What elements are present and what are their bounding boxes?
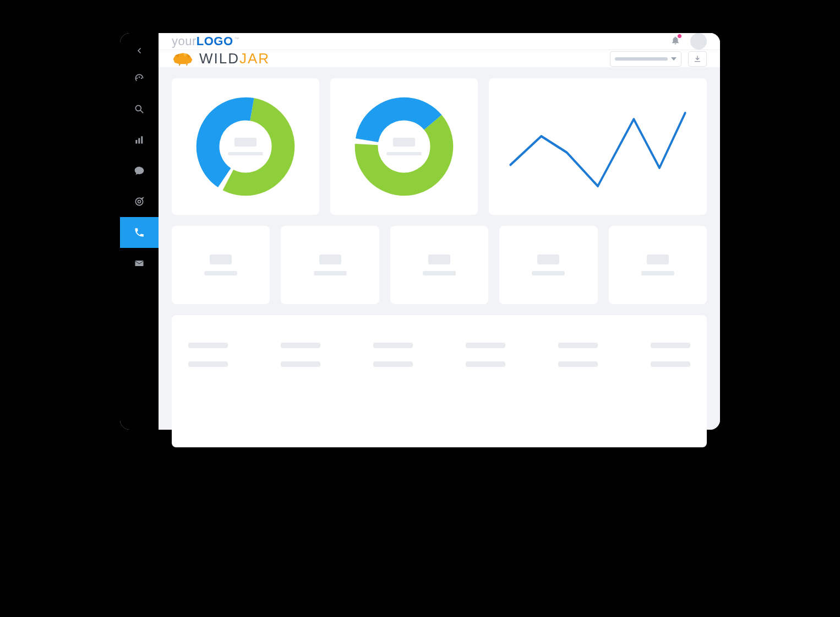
svg-marker-12 <box>179 64 181 66</box>
stat-1-value-placeholder <box>210 255 232 264</box>
main-area: yourLOGO™ WILDJAR <box>159 33 720 430</box>
table-cell <box>466 361 505 367</box>
download-icon <box>693 55 702 63</box>
wildjar-bear-icon <box>172 51 194 67</box>
donut-2-label-placeholder <box>386 152 422 155</box>
svg-rect-4 <box>141 136 143 143</box>
donut-chart-1 <box>172 78 319 215</box>
table-cell <box>651 361 690 367</box>
gauge-icon <box>134 73 145 84</box>
chevron-left-icon <box>135 46 144 55</box>
page-title: WILDJAR <box>199 50 270 67</box>
donut-1-center <box>228 138 263 155</box>
svg-point-0 <box>135 105 141 111</box>
sidebar-collapse-button[interactable] <box>120 39 159 63</box>
stat-3-value-placeholder <box>428 255 450 264</box>
search-icon <box>134 104 145 115</box>
avatar[interactable] <box>690 33 707 50</box>
topbar: yourLOGO™ <box>159 33 720 50</box>
stat-2-value-placeholder <box>319 255 341 264</box>
stat-card-5 <box>609 226 707 304</box>
mail-icon <box>134 258 145 269</box>
table-row <box>188 361 690 367</box>
stat-4-label-placeholder <box>532 271 565 275</box>
table-cell <box>558 361 598 367</box>
chevron-down-icon <box>671 57 677 61</box>
table-cell <box>373 361 413 367</box>
phone-icon <box>134 227 145 238</box>
table-cell <box>558 343 598 348</box>
donut-1-value-placeholder <box>234 138 257 147</box>
app-frame: yourLOGO™ WILDJAR <box>120 33 720 430</box>
sidebar-item-mail[interactable] <box>120 248 159 279</box>
line-chart-svg <box>505 95 690 198</box>
title-jar: JAR <box>239 50 270 67</box>
filter-dropdown[interactable] <box>610 51 681 67</box>
sidebar-item-dashboard[interactable] <box>120 63 159 94</box>
stat-row <box>172 226 707 304</box>
content <box>159 67 720 447</box>
dropdown-placeholder <box>615 57 668 61</box>
sidebar <box>120 33 159 430</box>
table-cell <box>466 343 505 348</box>
notifications-button[interactable] <box>670 35 680 47</box>
tenant-logo: yourLOGO™ <box>172 34 239 48</box>
sidebar-item-search[interactable] <box>120 94 159 125</box>
svg-rect-2 <box>135 140 137 144</box>
chat-icon <box>134 165 145 176</box>
donut-2-center <box>386 138 422 155</box>
line-chart <box>489 78 707 215</box>
donut-1-label-placeholder <box>228 152 263 155</box>
stat-5-label-placeholder <box>641 271 674 275</box>
sidebar-item-chat[interactable] <box>120 155 159 186</box>
table-row <box>188 343 690 348</box>
stat-5-value-placeholder <box>647 255 669 264</box>
logo-bold: LOGO <box>197 34 233 48</box>
stat-card-2 <box>281 226 379 304</box>
svg-rect-3 <box>138 138 140 144</box>
stat-card-3 <box>390 226 488 304</box>
table-cell <box>651 343 690 348</box>
svg-rect-7 <box>135 261 144 266</box>
stat-card-4 <box>499 226 597 304</box>
title-wild: WILD <box>199 50 239 67</box>
stat-2-label-placeholder <box>314 271 347 275</box>
svg-line-1 <box>141 111 143 113</box>
table-cell <box>373 343 413 348</box>
table-cell <box>188 343 228 348</box>
sidebar-item-target[interactable] <box>120 186 159 217</box>
download-button[interactable] <box>688 51 707 67</box>
svg-marker-13 <box>187 64 188 66</box>
logo-tm: ™ <box>234 36 240 42</box>
svg-marker-8 <box>173 53 193 64</box>
titlebar: WILDJAR <box>159 50 720 67</box>
table-card <box>172 315 707 447</box>
target-icon <box>134 196 145 207</box>
table-body <box>188 343 690 367</box>
svg-point-6 <box>138 201 141 203</box>
donut-chart-2 <box>330 78 478 215</box>
donut-2-value-placeholder <box>393 138 415 147</box>
bars-icon <box>134 134 145 145</box>
logo-prefix: your <box>172 34 197 48</box>
stat-card-1 <box>172 226 270 304</box>
notification-dot <box>678 34 681 38</box>
stat-1-label-placeholder <box>204 271 237 275</box>
stat-4-value-placeholder <box>537 255 559 264</box>
table-cell <box>188 361 228 367</box>
sidebar-item-calls[interactable] <box>120 217 159 248</box>
sidebar-item-reports[interactable] <box>120 125 159 155</box>
table-cell <box>281 343 320 348</box>
chart-row <box>172 78 707 215</box>
table-cell <box>281 361 320 367</box>
stat-3-label-placeholder <box>423 271 456 275</box>
